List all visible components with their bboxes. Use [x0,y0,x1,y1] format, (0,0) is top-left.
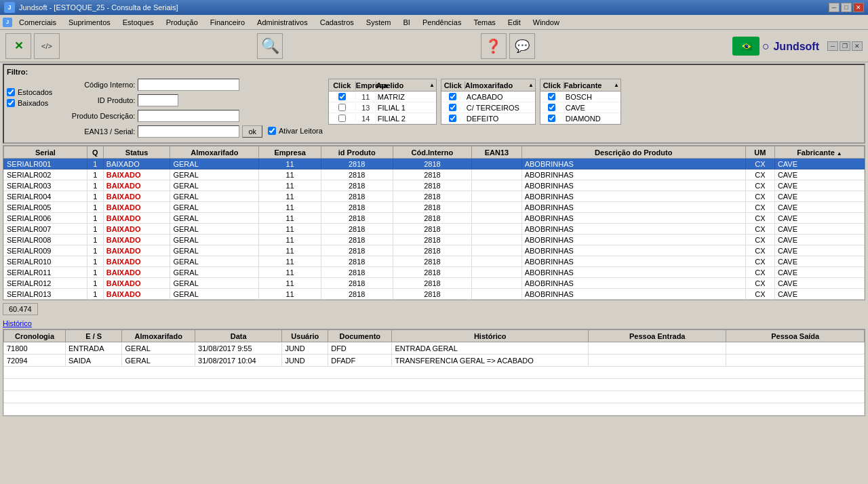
table-row[interactable]: SERIALR009 1 BAIXADO GERAL 11 2818 2818 … [4,245,865,256]
cell-serial: SERIALR012 [4,278,87,289]
empresa-rows: 11 MATRIZ 13 FILIAL 1 14 FILIAL 2 [329,92,436,124]
cell-um: CX [745,245,774,256]
logo: 🇧🇷 ○ Jundsoft [732,37,819,56]
historico-table-scroll[interactable]: Cronologia E / S Almoxarifado Data Usuár… [3,329,865,416]
total-section: 60.474 [3,302,865,317]
fab-checkbox[interactable] [548,93,555,100]
menu-system[interactable]: System [361,17,397,28]
help-btn[interactable]: ❓ [481,33,507,59]
cell-cod: 2818 [393,267,472,278]
menu-comerciais[interactable]: Comerciais [14,17,62,28]
th-q: Q [87,146,103,159]
chat-btn[interactable]: 💬 [509,33,535,59]
maximize-btn[interactable]: □ [841,3,852,12]
menu-producao[interactable]: Produção [161,17,203,28]
empresa-checkbox[interactable] [338,115,346,122]
menu-administrativos[interactable]: Administrativos [252,17,313,28]
search-btn[interactable]: 🔍 [257,33,283,59]
close-btn[interactable]: ✕ [853,3,864,12]
baixados-checkbox[interactable] [7,99,15,107]
hist-row[interactable]: 71800 ENTRADA GERAL 31/08/2017 9:55 JUND… [4,342,865,355]
menu-estoques[interactable]: Estoques [117,17,159,28]
menu-cadastros[interactable]: Cadastros [315,17,359,28]
hist-empty-row [4,367,865,379]
menu-financeiro[interactable]: Financeiro [205,17,250,28]
empresa-row[interactable]: 13 FILIAL 1 [329,102,436,113]
hist-row[interactable]: 72094 SAIDA GERAL 31/08/2017 10:04 JUND … [4,355,865,367]
cell-fab: CAVE [774,169,864,180]
cell-status: BAIXADO [103,180,170,191]
table-row[interactable]: SERIALR001 1 BAIXADO GERAL 11 2818 2818 … [4,159,865,169]
menu-bi[interactable]: BI [398,17,416,28]
fab-row[interactable]: DIAMOND [540,113,620,124]
menu-pendencias[interactable]: Pendências [417,17,467,28]
inner-close-btn[interactable]: ✕ [852,41,863,51]
table-row[interactable]: SERIALR008 1 BAIXADO GERAL 11 2818 2818 … [4,235,865,245]
cell-fab: CAVE [774,191,864,202]
table-row[interactable]: SERIALR011 1 BAIXADO GERAL 11 2818 2818 … [4,267,865,278]
fab-row[interactable]: CAVE [540,102,620,113]
almox-row[interactable]: DEFEITO [441,113,535,124]
empresa-row[interactable]: 14 FILIAL 2 [329,113,436,124]
cell-status: BAIXADO [103,191,170,202]
menu-suprimentos[interactable]: Suprimentos [63,17,116,28]
toolbar: ✕ </> 🔍 ❓ 💬 🇧🇷 ○ Jundsoft ─ ❐ ✕ [0,30,868,62]
table-row[interactable]: SERIALR012 1 BAIXADO GERAL 11 2818 2818 … [4,278,865,289]
cell-descricao: ABOBRINHAS [521,169,745,180]
fab-checkbox[interactable] [548,104,555,111]
almox-name-cell: C/ TERCEIROS [465,104,535,112]
ean13-input[interactable] [138,125,239,138]
cell-um: CX [745,267,774,278]
menu-app-icon: J [3,18,12,27]
table-row[interactable]: SERIALR005 1 BAIXADO GERAL 11 2818 2818 … [4,202,865,213]
table-row[interactable]: SERIALR003 1 BAIXADO GERAL 11 2818 2818 … [4,180,865,191]
main-table-scroll[interactable]: Serial Q Status Almoxarifado Empresa id … [3,146,865,300]
almox-row[interactable]: C/ TERCEIROS [441,102,535,113]
table-row[interactable]: SERIALR004 1 BAIXADO GERAL 11 2818 2818 … [4,191,865,202]
id-produto-input[interactable] [138,94,178,106]
cell-almox: GERAL [170,202,259,213]
ativar-leitora-checkbox[interactable] [268,127,276,135]
hcell-es: ENTRADA [65,342,122,355]
empresa-table-section: Click Empresa Apelido ▲ 11 MATRIZ 13 FIL… [328,79,437,125]
produto-desc-label: Produto Descrição: [60,112,135,120]
table-row[interactable]: SERIALR002 1 BAIXADO GERAL 11 2818 2818 … [4,169,865,180]
table-row[interactable]: SERIALR010 1 BAIXADO GERAL 11 2818 2818 … [4,256,865,267]
cell-status: BAIXADO [103,159,170,169]
fab-row[interactable]: BOSCH [540,92,620,102]
empresa-checkbox[interactable] [338,93,346,100]
table-row[interactable]: SERIALR013 1 BAIXADO GERAL 11 2818 2818 … [4,289,865,300]
empresa-checkbox[interactable] [338,104,346,111]
window-controls[interactable]: ─ □ ✕ [829,3,864,12]
table-row[interactable]: SERIALR006 1 BAIXADO GERAL 11 2818 2818 … [4,213,865,224]
inner-minimize-btn[interactable]: ─ [827,41,838,51]
cell-serial: SERIALR005 [4,202,87,213]
table-row[interactable]: SERIALR007 1 BAIXADO GERAL 11 2818 2818 … [4,224,865,235]
estocados-checkbox[interactable] [7,88,15,96]
menu-edit[interactable]: Edit [502,17,526,28]
inner-restore-btn[interactable]: ❐ [840,41,850,51]
cell-empresa: 11 [259,256,321,267]
cell-cod: 2818 [393,235,472,245]
cell-descricao: ABOBRINHAS [521,191,745,202]
almox-checkbox[interactable] [449,115,456,122]
menu-window[interactable]: Window [528,17,565,28]
html-btn[interactable]: </> [34,33,60,59]
ok-button[interactable]: ok [242,125,262,138]
inner-window-controls[interactable]: ─ ❐ ✕ [827,41,863,51]
produto-desc-input[interactable] [138,110,239,122]
excel-btn[interactable]: ✕ [5,33,31,59]
fab-checkbox[interactable] [548,115,555,122]
almox-checkbox[interactable] [449,93,456,100]
menu-temas[interactable]: Temas [468,17,500,28]
minimize-btn[interactable]: ─ [829,3,840,12]
empresa-row[interactable]: 11 MATRIZ [329,92,436,102]
codigo-interno-input[interactable] [138,79,239,91]
fab-header: Click Fabricante ▲ [540,79,620,92]
cell-almox: GERAL [170,191,259,202]
almox-checkbox[interactable] [449,104,456,111]
cell-status: BAIXADO [103,235,170,245]
cell-empresa: 11 [259,267,321,278]
almox-row[interactable]: ACABADO [441,92,535,102]
cell-um: CX [745,159,774,169]
